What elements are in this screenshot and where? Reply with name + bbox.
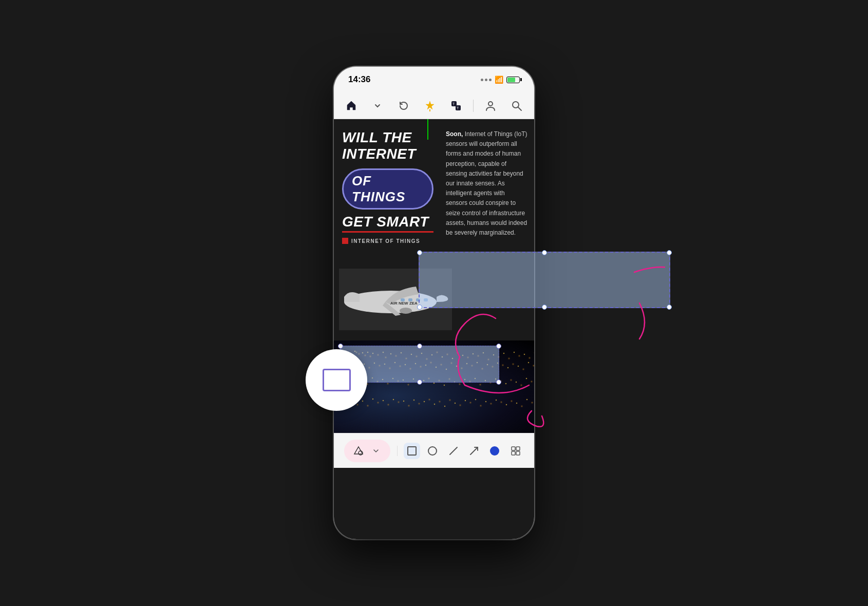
ext-handle-bc[interactable]: [542, 305, 547, 310]
fill-color-button[interactable]: [486, 443, 503, 459]
ext-handle-br[interactable]: [667, 305, 672, 310]
svg-rect-26: [516, 451, 520, 455]
of-things-badge: OF THINGS: [342, 168, 433, 210]
svg-point-15: [400, 308, 412, 314]
body-text: Internet of Things (IoT) sensors will ou…: [446, 130, 527, 236]
article-left-col: WILL THE INTERNET OF THINGS GET SMART: [334, 119, 442, 258]
undo-button[interactable]: [394, 97, 413, 115]
svg-point-22: [490, 446, 499, 456]
svg-point-6: [513, 102, 519, 108]
select-tool-button[interactable]: [507, 443, 524, 459]
handle-bc[interactable]: [417, 380, 422, 385]
shape-chevron-button[interactable]: [368, 443, 384, 459]
battery-icon: [506, 77, 520, 83]
svg-point-19: [428, 447, 437, 455]
line-tool-button[interactable]: [445, 443, 462, 459]
wifi-icon: 📶: [495, 75, 503, 84]
status-time: 14:36: [348, 74, 370, 85]
toolbar-separator-1: [397, 446, 398, 456]
svg-rect-18: [408, 447, 416, 455]
of-things-text: OF THINGS: [352, 173, 405, 204]
get-smart-underline: [342, 231, 433, 233]
svg-rect-23: [512, 447, 515, 450]
rectangle-icon: [323, 369, 351, 391]
svg-line-20: [450, 447, 457, 454]
svg-rect-25: [512, 451, 515, 455]
get-smart-text: GET SMART: [342, 214, 433, 230]
ext-handle-tc[interactable]: [542, 250, 547, 255]
signal-dot-2: [485, 79, 487, 81]
status-dots: [481, 79, 492, 81]
handle-tl[interactable]: [338, 344, 343, 349]
search-button[interactable]: [507, 97, 526, 115]
svg-line-7: [518, 107, 521, 110]
cursor-line: [427, 119, 428, 140]
tag-label: INTERNET OF THINGS: [351, 238, 420, 244]
arrow-tool-button[interactable]: [466, 443, 482, 459]
translate-button[interactable]: T T: [447, 97, 465, 115]
ext-handle-tr[interactable]: [667, 250, 672, 255]
svg-rect-24: [516, 447, 520, 450]
svg-text:AIR NEW ZEA: AIR NEW ZEA: [390, 301, 418, 306]
handle-tc[interactable]: [417, 344, 422, 349]
article-title: WILL THE INTERNET: [342, 129, 433, 162]
svg-text:T: T: [457, 106, 459, 110]
get-smart-container: GET SMART: [342, 214, 433, 233]
home-button[interactable]: [342, 97, 361, 115]
dropdown-button[interactable]: [368, 97, 387, 115]
article-tag: INTERNET OF THINGS: [342, 238, 433, 244]
article-body: Soon, Internet of Things (IoT) sensors w…: [446, 129, 528, 238]
signal-dot-3: [489, 79, 492, 81]
article-right-col: Soon, Internet of Things (IoT) sensors w…: [442, 119, 534, 258]
battery-fill: [507, 78, 515, 82]
ext-handle-tl[interactable]: [417, 250, 422, 255]
rectangle-tool-button[interactable]: [404, 443, 420, 459]
shape-tool-button[interactable]: [350, 443, 367, 459]
status-bar: 14:36 📶: [334, 67, 534, 92]
float-circle: [306, 349, 367, 411]
title-line1: WILL THE: [342, 129, 412, 145]
pin-button[interactable]: [421, 97, 439, 115]
svg-line-21: [470, 447, 478, 454]
extended-selection-box: [419, 252, 670, 308]
signal-dot-1: [481, 79, 483, 81]
status-icons: 📶: [481, 75, 520, 84]
nav-bar: T T: [334, 92, 534, 119]
title-line2: INTERNET: [342, 146, 416, 162]
main-layout: 14:36 📶: [203, 51, 665, 555]
article-top: WILL THE INTERNET OF THINGS GET SMART: [334, 119, 534, 258]
bottom-toolbar: [334, 433, 534, 468]
svg-text:T: T: [452, 102, 455, 106]
tag-dot: [342, 238, 348, 244]
article-content: WILL THE INTERNET OF THINGS GET SMART: [334, 119, 534, 539]
body-bold: Soon,: [446, 130, 463, 138]
user-button[interactable]: [481, 97, 500, 115]
shape-tools-group: [344, 440, 390, 462]
ext-handle-bl[interactable]: [417, 305, 422, 310]
circle-tool-button[interactable]: [424, 443, 441, 459]
nav-separator: [473, 100, 474, 112]
svg-point-5: [488, 102, 493, 106]
